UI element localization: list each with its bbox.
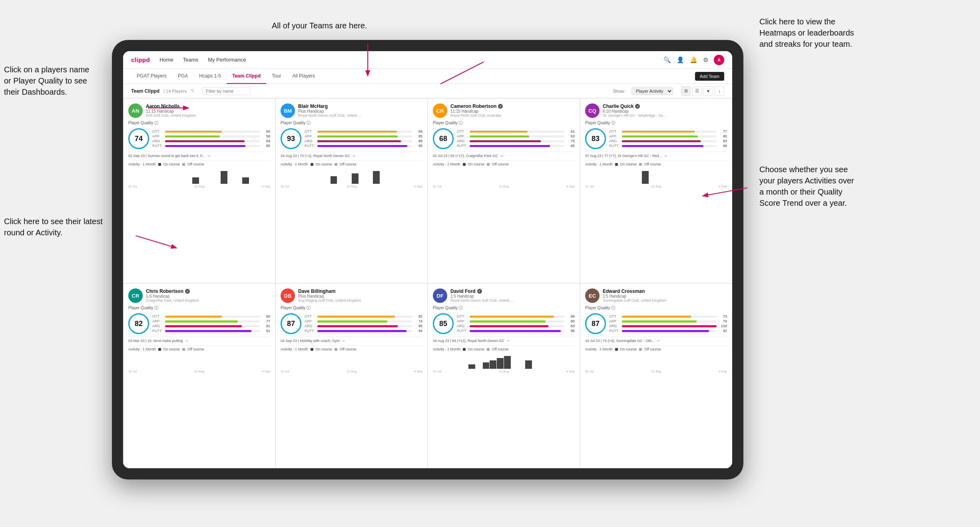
- quality-row[interactable]: 74 OTT 60 APP 58 ARG: [128, 128, 270, 149]
- show-select[interactable]: Player Activity: [631, 87, 673, 95]
- last-round[interactable]: 03 Mar 23 | 19, Must make putting →: [128, 336, 270, 343]
- player-card-dave-billingham[interactable]: DB Dave Billingham Plus Handicap Sog Mag…: [275, 283, 428, 468]
- tab-team-clippd[interactable]: Team Clippd: [227, 69, 266, 84]
- quality-circle[interactable]: 74: [128, 128, 149, 149]
- on-course-legend: [615, 163, 618, 166]
- stat-row-app: APP 74: [305, 319, 422, 323]
- filter-button[interactable]: ▼: [703, 86, 713, 96]
- last-round[interactable]: 26 Aug 23 | 73 (+1), Royal North Devon G…: [281, 151, 422, 158]
- stat-row-ott: OTT 60: [152, 129, 270, 133]
- player-handicap: Plus Handicap: [298, 294, 422, 298]
- player-card-blair-mcharg[interactable]: BM Blair McHarg Plus Handicap Royal Nort…: [275, 98, 428, 283]
- quality-row[interactable]: 82 OTT 60 APP 77 ARG: [128, 313, 270, 334]
- player-card-edward-crossman[interactable]: EC Edward Crossman 1:5 Handicap Sunningd…: [580, 283, 732, 468]
- round-arrow-icon: →: [352, 153, 356, 158]
- player-handicap: 11:15 Handicap: [450, 109, 575, 113]
- annotation-player-click: Click on a players nameor Player Quality…: [4, 64, 89, 97]
- player-name[interactable]: Charlie Quick ✓: [603, 103, 727, 109]
- player-name[interactable]: Cameron Robertson ✓: [450, 103, 575, 109]
- chart-dates: 31 Jul 21 Aug 4 Sep: [433, 185, 575, 188]
- list-view-button[interactable]: ☰: [692, 86, 702, 96]
- quality-circle[interactable]: 68: [433, 128, 454, 149]
- avatar[interactable]: A: [714, 55, 724, 65]
- add-team-button[interactable]: Add Team: [695, 72, 724, 81]
- player-name[interactable]: Chris Robertson ✓: [146, 288, 270, 294]
- player-avatar: EC: [585, 288, 600, 303]
- quality-label: Player Quality ⓘ: [585, 120, 727, 126]
- activity-header: Activity · 1 Month On course Off course: [585, 162, 727, 166]
- edit-team-icon[interactable]: ✎: [191, 88, 194, 93]
- settings-icon[interactable]: ⚙: [703, 56, 708, 64]
- stat-row-ott: OTT 82: [305, 314, 422, 318]
- player-card-david-ford[interactable]: DF David Ford ✓ 1:5 Handicap Royal North…: [428, 283, 580, 468]
- bell-icon[interactable]: 🔔: [690, 56, 697, 64]
- nav-home[interactable]: Home: [159, 57, 173, 63]
- on-course-legend: [615, 348, 618, 351]
- quality-row[interactable]: 87 OTT 82 APP 74 ARG: [281, 313, 422, 334]
- last-round[interactable]: 07 Aug 23 | 77 (+7), St George's Hill GC…: [585, 151, 727, 158]
- quality-stats: OTT 82 APP 74 ARG 85 PU: [305, 314, 422, 333]
- tab-pgat-players[interactable]: PGAT Players: [131, 69, 172, 84]
- player-card-cameron-robertson[interactable]: CR Cameron Robertson ✓ 11:15 Handicap Ro…: [428, 98, 580, 283]
- filter-input[interactable]: [202, 87, 250, 95]
- player-info: Edward Crossman 1:5 Handicap Sunningdale…: [603, 288, 727, 302]
- activity-legend: On course Off course: [463, 162, 509, 166]
- sort-button[interactable]: ↕: [715, 86, 724, 96]
- activity-chart: [281, 168, 422, 184]
- tab-hcaps[interactable]: Hcaps 1-5: [193, 69, 227, 84]
- tab-all-players[interactable]: All Players: [287, 69, 321, 84]
- quality-stats: OTT 73 APP 79 ARG 103 P: [609, 314, 727, 333]
- player-avatar: CR: [433, 103, 447, 118]
- top-nav: clippd Home Teams My Performance 🔍 👤 🔔 ⚙…: [123, 51, 732, 69]
- grid-view-button[interactable]: ⊞: [681, 86, 691, 96]
- tab-pga[interactable]: PGA: [172, 69, 193, 84]
- last-round[interactable]: 19 Jul 23 | 74 (+4), Sunningdale GC - Ol…: [585, 336, 727, 343]
- last-round[interactable]: 02 Sep 23 | Sunrise round to get back in…: [128, 151, 270, 158]
- nav-my-performance[interactable]: My Performance: [208, 57, 246, 63]
- quality-circle[interactable]: 85: [433, 313, 454, 334]
- quality-circle[interactable]: 83: [585, 128, 606, 149]
- quality-label: Player Quality ⓘ: [433, 305, 575, 311]
- team-count: | 14 Players: [163, 89, 187, 93]
- search-icon[interactable]: 🔍: [663, 56, 671, 64]
- player-card-chris-robertson[interactable]: CR Chris Robertson ✓ 1-5 Handicap Craigm…: [123, 283, 275, 468]
- player-card-charlie-quick[interactable]: CQ Charlie Quick ✓ 6:10 Handicap St. Geo…: [580, 98, 732, 283]
- player-info: Chris Robertson ✓ 1-5 Handicap Craigmill…: [146, 288, 270, 302]
- last-round[interactable]: 04 Sep 23 | Mobility with coach, Gym →: [281, 336, 422, 343]
- annotation-heatmaps: Click here to view theHeatmaps or leader…: [759, 16, 854, 50]
- round-arrow-icon: →: [663, 153, 667, 158]
- quality-row[interactable]: 68 OTT 61 APP 63 ARG: [433, 128, 575, 149]
- player-avatar: BM: [281, 103, 295, 118]
- quality-row[interactable]: 87 OTT 73 APP 79 ARG: [585, 313, 727, 334]
- player-name[interactable]: Blair McHarg: [298, 103, 422, 109]
- player-info: Dave Billingham Plus Handicap Sog Maging…: [298, 288, 422, 302]
- player-name[interactable]: Aaron Nicholls: [146, 103, 270, 109]
- player-card-aaron-nicholls[interactable]: AN Aaron Nicholls 11:15 Handicap Drift G…: [123, 98, 275, 283]
- player-name[interactable]: Edward Crossman: [603, 288, 727, 294]
- quality-circle[interactable]: 87: [281, 313, 301, 334]
- quality-row[interactable]: 93 OTT 84 APP 85 ARG: [281, 128, 422, 149]
- tablet-screen: clippd Home Teams My Performance 🔍 👤 🔔 ⚙…: [123, 51, 732, 468]
- player-header: AN Aaron Nicholls 11:15 Handicap Drift G…: [128, 103, 270, 118]
- quality-row[interactable]: 83 OTT 77 APP 80 ARG: [585, 128, 727, 149]
- player-name[interactable]: Dave Billingham: [298, 288, 422, 294]
- quality-circle[interactable]: 82: [128, 313, 149, 334]
- annotation-activities: Choose whether you seeyour players Activ…: [759, 164, 854, 209]
- player-name[interactable]: David Ford ✓: [450, 288, 575, 294]
- sub-nav: PGAT Players PGA Hcaps 1-5 Team Clippd T…: [123, 69, 732, 84]
- quality-row[interactable]: 85 OTT 89 APP 80 ARG: [433, 313, 575, 334]
- activity-section: Activity · 1 Month On course Off course …: [281, 160, 422, 188]
- stat-row-arg: ARG 85: [305, 324, 422, 328]
- player-club: St. George's Hill GC - Weybridge - Surre…: [603, 113, 667, 117]
- profile-icon[interactable]: 👤: [677, 56, 684, 64]
- tab-tour[interactable]: Tour: [266, 69, 287, 84]
- activity-header: Activity · 1 Month On course Off course: [433, 347, 575, 351]
- quality-label: Player Quality ⓘ: [281, 120, 422, 126]
- last-round[interactable]: 26 Aug 23 | 84 (+12), Royal North Devon …: [433, 336, 575, 343]
- activity-chart: [585, 353, 727, 369]
- last-round[interactable]: 02 Jul 23 | 59 (+17), Craigmillar Park G…: [433, 151, 575, 158]
- nav-teams[interactable]: Teams: [183, 57, 198, 63]
- stat-row-putt: PUTT 95: [305, 144, 422, 148]
- quality-circle[interactable]: 93: [281, 128, 301, 149]
- quality-circle[interactable]: 87: [585, 313, 606, 334]
